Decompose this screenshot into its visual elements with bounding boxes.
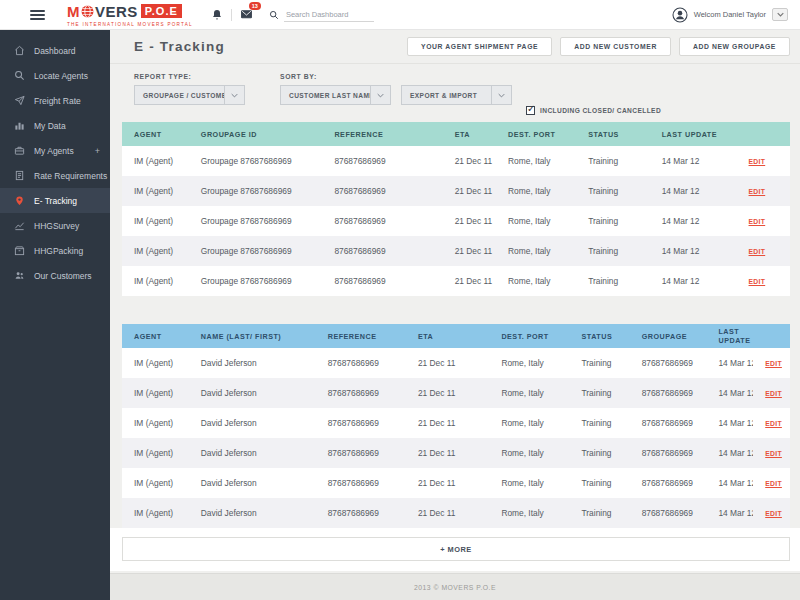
add-new-groupage-button[interactable]: ADD NEW GROUPAGE xyxy=(679,37,790,56)
status-cell: Training xyxy=(570,348,630,378)
edit-link[interactable]: EDIT xyxy=(753,498,790,528)
bell-icon[interactable] xyxy=(211,9,223,21)
user-avatar-icon[interactable] xyxy=(672,7,688,23)
dest-port-cell: Rome, Italy xyxy=(496,266,576,296)
groupage-cell: 87687686969 xyxy=(630,438,707,468)
customer-table-row: IM (Agent) David Jeferson 87687686969 21… xyxy=(122,348,790,378)
dest-port-cell: Rome, Italy xyxy=(489,348,569,378)
sidebar-item-e-tracking[interactable]: E- Tracking xyxy=(0,188,110,213)
groupage-cell: 87687686969 xyxy=(630,468,707,498)
sidebar-item-freight-rate[interactable]: Freight Rate xyxy=(0,88,110,113)
dest-port-cell: Rome, Italy xyxy=(489,498,569,528)
search-box xyxy=(269,8,374,22)
edit-link[interactable]: EDIT xyxy=(737,176,790,206)
column-header: REFERENCE xyxy=(316,324,406,348)
groupage-cell: 87687686969 xyxy=(630,498,707,528)
agent-cell: IM (Agent) xyxy=(122,236,189,266)
sidebar-item-my-agents[interactable]: My Agents + xyxy=(0,138,110,163)
hamburger-menu-icon[interactable] xyxy=(30,8,45,22)
customer-table-row: IM (Agent) David Jeferson 87687686969 21… xyxy=(122,468,790,498)
column-header: NAME (LAST/ FIRST) xyxy=(189,324,316,348)
customer-table-row: IM (Agent) David Jeferson 87687686969 21… xyxy=(122,438,790,468)
dest-port-cell: Rome, Italy xyxy=(489,408,569,438)
sidebar-item-dashboard[interactable]: Dashboard xyxy=(0,38,110,63)
reference-cell: 87687686969 xyxy=(316,348,406,378)
including-closed-checkbox[interactable]: ✓ xyxy=(526,106,535,115)
eta-cell: 21 Dec 11 xyxy=(406,468,490,498)
edit-link[interactable]: EDIT xyxy=(737,266,790,296)
search-input[interactable] xyxy=(284,8,374,22)
eta-cell: 21 Dec 11 xyxy=(406,408,490,438)
sidebar: Dashboard Locate Agents Freight Rate My … xyxy=(0,30,110,600)
dest-port-cell: Rome, Italy xyxy=(496,176,576,206)
edit-link[interactable]: EDIT xyxy=(753,348,790,378)
edit-link[interactable]: EDIT xyxy=(753,408,790,438)
sidebar-item-locate-agents[interactable]: Locate Agents xyxy=(0,63,110,88)
freight-rate-icon xyxy=(14,95,25,106)
column-header xyxy=(737,122,790,146)
document-icon xyxy=(14,170,25,181)
user-menu-button[interactable] xyxy=(772,8,788,21)
add-new-customer-button[interactable]: ADD NEW CUSTOMER xyxy=(560,37,671,56)
column-header: DEST. PORT xyxy=(496,122,576,146)
last-update-cell: 14 Mar 12 xyxy=(650,236,737,266)
column-header: LAST UPDATE xyxy=(706,324,753,348)
last-update-cell: 14 Mar 12 xyxy=(650,176,737,206)
edit-link[interactable]: EDIT xyxy=(737,146,790,176)
column-header: AGENT xyxy=(122,324,189,348)
column-header: STATUS xyxy=(576,122,649,146)
groupage-id-cell: Groupage 87687686969 xyxy=(189,146,323,176)
status-cell: Training xyxy=(576,266,649,296)
logo-text-vers: VERS xyxy=(95,3,138,20)
reference-cell: 87687686969 xyxy=(322,266,442,296)
sort-by-name-select[interactable]: CUSTOMER LAST NAME xyxy=(280,85,391,105)
groupage-cell: 87687686969 xyxy=(630,378,707,408)
groupage-id-cell: Groupage 87687686969 xyxy=(189,176,323,206)
export-import-select[interactable]: EXPORT & IMPORT xyxy=(401,85,512,105)
status-cell: Training xyxy=(576,206,649,236)
last-update-cell: 14 Mar 12 xyxy=(706,378,753,408)
reference-cell: 87687686969 xyxy=(316,378,406,408)
column-header: DEST. PORT xyxy=(489,324,569,348)
chevron-down-icon xyxy=(231,93,238,98)
groupage-table-row: IM (Agent) Groupage 87687686969 87687686… xyxy=(122,146,790,176)
more-section: + MORE xyxy=(110,528,800,571)
sidebar-item-hhgpacking[interactable]: HHGPacking xyxy=(0,238,110,263)
including-closed-label: INCLUDING CLOSED/ CANCELLED xyxy=(540,107,661,114)
reference-cell: 87687686969 xyxy=(322,146,442,176)
last-update-cell: 14 Mar 12 xyxy=(650,266,737,296)
sidebar-item-hhgsurvey[interactable]: HHGSurvey xyxy=(0,213,110,238)
dest-port-cell: Rome, Italy xyxy=(496,206,576,236)
your-agent-shipment-page-button[interactable]: YOUR AGENT SHIPMENT PAGE xyxy=(407,37,552,56)
sidebar-item-my-data[interactable]: My Data xyxy=(0,113,110,138)
status-cell: Training xyxy=(576,176,649,206)
logo-text-m: M xyxy=(67,3,80,20)
reference-cell: 87687686969 xyxy=(316,468,406,498)
sidebar-item-rate-requirements[interactable]: Rate Requirements xyxy=(0,163,110,188)
reference-cell: 87687686969 xyxy=(316,408,406,438)
more-button[interactable]: + MORE xyxy=(122,537,790,561)
messages-icon[interactable] xyxy=(240,8,253,21)
edit-link[interactable]: EDIT xyxy=(753,468,790,498)
expand-plus-icon[interactable]: + xyxy=(95,146,100,156)
home-icon xyxy=(14,45,25,56)
column-header: GROUPAGE xyxy=(630,324,707,348)
edit-link[interactable]: EDIT xyxy=(737,206,790,236)
report-type-select[interactable]: GROUPAGE / CUSTOMERS xyxy=(134,85,245,105)
edit-link[interactable]: EDIT xyxy=(753,378,790,408)
dest-port-cell: Rome, Italy xyxy=(489,468,569,498)
customer-table: AGENTNAME (LAST/ FIRST)REFERENCEETADEST.… xyxy=(122,324,790,528)
eta-cell: 21 Dec 11 xyxy=(443,146,496,176)
chevron-down-icon xyxy=(777,12,784,17)
report-type-label: REPORT TYPE: xyxy=(134,73,245,80)
last-update-cell: 14 Mar 12 xyxy=(706,438,753,468)
groupage-table: AGENTGROUPAGE IDREFERENCEETADEST. PORTST… xyxy=(122,122,790,296)
edit-link[interactable]: EDIT xyxy=(737,236,790,266)
agent-cell: IM (Agent) xyxy=(122,408,189,438)
top-bar: M VERS P.O.E THE INTERNATIONAL MOVERS PO… xyxy=(0,0,800,30)
edit-link[interactable]: EDIT xyxy=(753,438,790,468)
status-cell: Training xyxy=(570,378,630,408)
groupage-table-row: IM (Agent) Groupage 87687686969 87687686… xyxy=(122,266,790,296)
reference-cell: 87687686969 xyxy=(322,236,442,266)
sidebar-item-our-customers[interactable]: Our Customers xyxy=(0,263,110,288)
